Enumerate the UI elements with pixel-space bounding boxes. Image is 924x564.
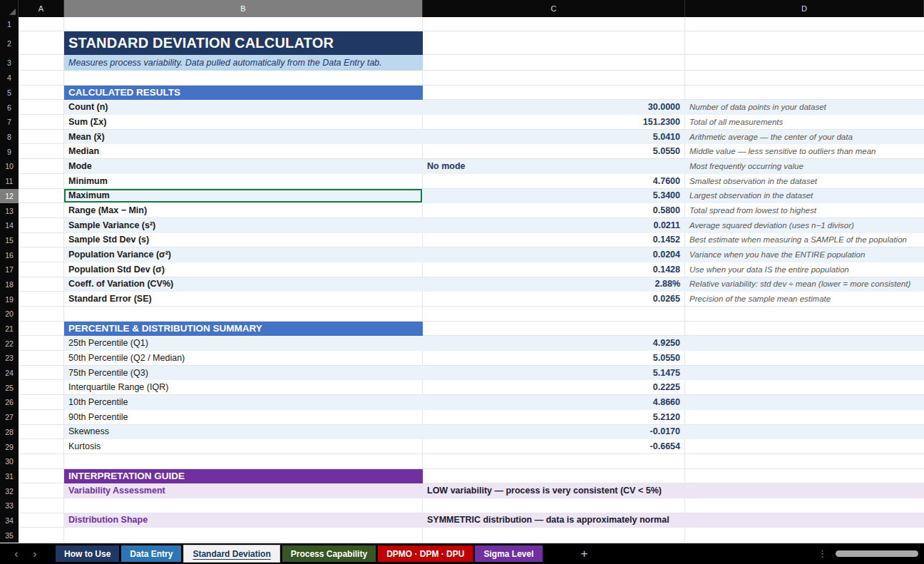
scrollbar-thumb[interactable]: [836, 550, 918, 557]
cell-B2[interactable]: STANDARD DEVIATION CALCULATOR: [64, 31, 423, 55]
cell-C26[interactable]: 4.8660: [423, 395, 685, 410]
sheet-tab-sigma-level[interactable]: Sigma Level: [475, 545, 542, 562]
cell-D20[interactable]: [685, 307, 924, 322]
row-header-12[interactable]: 12: [0, 189, 19, 204]
row-header-16[interactable]: 16: [0, 247, 19, 262]
row-header-14[interactable]: 14: [0, 218, 19, 233]
add-sheet-button[interactable]: +: [575, 547, 594, 561]
cell-B4[interactable]: [64, 71, 423, 86]
cell-B26[interactable]: 10th Percentile: [64, 395, 423, 410]
cell-A2[interactable]: [19, 31, 64, 55]
sheet-tab-data-entry[interactable]: Data Entry: [121, 545, 181, 562]
cell-B34[interactable]: Distribution Shape: [64, 513, 423, 528]
cell-A8[interactable]: [19, 130, 64, 145]
cell-D16[interactable]: Variance when you have the ENTIRE popula…: [685, 247, 924, 262]
cell-A25[interactable]: [19, 380, 64, 395]
cell-D25[interactable]: [685, 380, 924, 395]
cell-D11[interactable]: Smallest observation in the dataset: [685, 174, 924, 189]
cell-C15[interactable]: 0.1452: [423, 233, 685, 248]
cell-D9[interactable]: Middle value — less sensitive to outlier…: [685, 144, 924, 159]
cell-A5[interactable]: [19, 86, 64, 101]
row-header-28[interactable]: 28: [0, 425, 19, 440]
cell-A24[interactable]: [19, 366, 64, 381]
cell-A31[interactable]: [19, 469, 64, 484]
cell-D32[interactable]: [685, 483, 924, 498]
cell-A10[interactable]: [19, 159, 64, 174]
cell-D6[interactable]: Number of data points in your dataset: [685, 100, 924, 115]
sheet-tab-how-to-use[interactable]: How to Use: [56, 545, 119, 562]
cell-B7[interactable]: Sum (Σx): [64, 115, 423, 130]
cell-B5[interactable]: CALCULATED RESULTS: [64, 86, 423, 101]
cell-D8[interactable]: Arithmetic average — the center of your …: [685, 130, 924, 145]
cell-D13[interactable]: Total spread from lowest to highest: [685, 203, 924, 218]
row-header-4[interactable]: 4: [0, 71, 19, 86]
row-header-10[interactable]: 10: [0, 159, 19, 174]
row-header-5[interactable]: 5: [0, 86, 19, 101]
cell-C9[interactable]: 5.0550: [423, 144, 685, 159]
row-header-1[interactable]: 1: [0, 17, 19, 31]
row-header-32[interactable]: 32: [0, 483, 19, 498]
cell-A16[interactable]: [19, 247, 64, 262]
cell-C33[interactable]: [423, 498, 685, 513]
cell-B18[interactable]: Coeff. of Variation (CV%): [64, 277, 423, 292]
cell-D3[interactable]: [685, 55, 924, 71]
sheet-tab-dpmo-dpm-dpu[interactable]: DPMO · DPM · DPU: [378, 545, 473, 562]
cell-B33[interactable]: [64, 498, 423, 513]
cell-B19[interactable]: Standard Error (SE): [64, 292, 423, 307]
cell-D19[interactable]: Precision of the sample mean estimate: [685, 292, 924, 307]
cell-C14[interactable]: 0.0211: [423, 218, 685, 233]
cell-D18[interactable]: Relative variability: std dev ÷ mean (lo…: [685, 277, 924, 292]
cell-D15[interactable]: Best estimate when measuring a SAMPLE of…: [685, 233, 924, 248]
cell-C17[interactable]: 0.1428: [423, 262, 685, 277]
row-header-35[interactable]: 35: [0, 528, 19, 543]
row-header-2[interactable]: 2: [0, 31, 19, 55]
cell-D33[interactable]: [685, 498, 924, 513]
cell-B8[interactable]: Mean (x̄): [64, 130, 423, 145]
cell-D17[interactable]: Use when your data IS the entire populat…: [685, 262, 924, 277]
cell-A6[interactable]: [19, 100, 64, 115]
cell-D30[interactable]: [685, 454, 924, 469]
cell-A3[interactable]: [19, 55, 64, 71]
cell-B3[interactable]: Measures process variability. Data pulle…: [64, 55, 423, 71]
cell-B13[interactable]: Range (Max − Min): [64, 203, 423, 218]
cell-D26[interactable]: [685, 395, 924, 410]
row-header-15[interactable]: 15: [0, 233, 19, 248]
cell-C4[interactable]: [423, 71, 685, 86]
cell-B23[interactable]: 50th Percentile (Q2 / Median): [64, 351, 423, 366]
cell-A19[interactable]: [19, 292, 64, 307]
cell-C19[interactable]: 0.0265: [423, 292, 685, 307]
cell-C22[interactable]: 4.9250: [423, 336, 685, 351]
cell-A12[interactable]: [19, 189, 64, 204]
cell-B1[interactable]: [64, 17, 423, 31]
row-header-20[interactable]: 20: [0, 307, 19, 322]
cell-A15[interactable]: [19, 233, 64, 248]
cell-D23[interactable]: [685, 351, 924, 366]
tabs-scroll-left-button[interactable]: ‹: [7, 548, 26, 560]
cell-D28[interactable]: [685, 425, 924, 440]
cell-A4[interactable]: [19, 71, 64, 86]
cell-D35[interactable]: [685, 528, 924, 543]
cell-D21[interactable]: [685, 322, 924, 337]
cell-D12[interactable]: Largest observation in the dataset: [685, 189, 924, 204]
cell-B22[interactable]: 25th Percentile (Q1): [64, 336, 423, 351]
row-header-9[interactable]: 9: [0, 144, 19, 159]
row-header-3[interactable]: 3: [0, 55, 19, 71]
cell-D29[interactable]: [685, 439, 924, 454]
cell-C13[interactable]: 0.5800: [423, 203, 685, 218]
cell-B20[interactable]: [64, 307, 423, 322]
row-header-25[interactable]: 25: [0, 380, 19, 395]
cell-B30[interactable]: [64, 454, 423, 469]
cell-D31[interactable]: [685, 469, 924, 484]
cell-C35[interactable]: [423, 528, 685, 543]
row-header-13[interactable]: 13: [0, 203, 19, 218]
tabs-scroll-right-button[interactable]: ›: [26, 548, 44, 560]
cell-A20[interactable]: [19, 307, 64, 322]
select-all-button[interactable]: [0, 0, 19, 17]
row-header-17[interactable]: 17: [0, 262, 19, 277]
cell-C10[interactable]: No mode: [423, 159, 685, 174]
cell-A32[interactable]: [19, 483, 64, 498]
cell-B6[interactable]: Count (n): [64, 100, 423, 115]
row-header-22[interactable]: 22: [0, 336, 19, 351]
cell-C32[interactable]: LOW variability — process is very consis…: [423, 483, 685, 498]
cell-B29[interactable]: Kurtosis: [64, 439, 423, 454]
